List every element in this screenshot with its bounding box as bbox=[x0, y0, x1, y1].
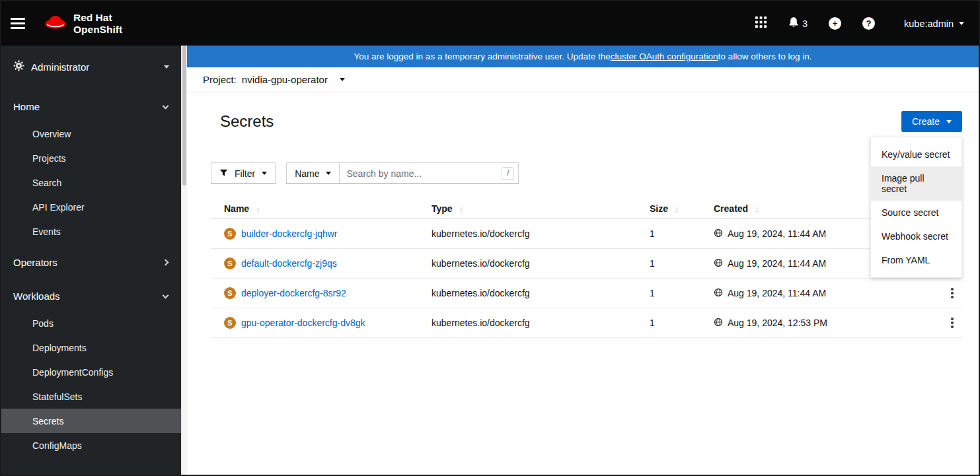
notifications-button[interactable]: 3 bbox=[788, 17, 808, 31]
sidebar-item-configmaps[interactable]: ConfigMaps bbox=[1, 433, 181, 458]
import-yaml-button[interactable]: + bbox=[829, 17, 841, 30]
table-body: S builder-dockercfg-jqhwr kubernetes.io/… bbox=[211, 219, 962, 338]
secrets-table: Name ↕ Type ↕ Size ↕ Created ↕ bbox=[211, 199, 962, 338]
table-row: S default-dockercfg-zj9qs kubernetes.io/… bbox=[211, 249, 962, 279]
sidebar-section-operators[interactable]: Operators bbox=[1, 248, 181, 277]
create-button-label: Create bbox=[912, 116, 940, 127]
redhat-fedora-icon bbox=[44, 13, 67, 34]
globe-timestamp-icon bbox=[714, 318, 723, 329]
project-value: nvidia-gpu-operator bbox=[242, 74, 328, 85]
plus-circle-icon: + bbox=[829, 17, 841, 30]
secret-type: kubernetes.io/dockercfg bbox=[432, 318, 650, 328]
secret-icon: S bbox=[224, 317, 236, 329]
secret-icon: S bbox=[224, 287, 236, 299]
filter-dropdown[interactable]: Filter bbox=[211, 162, 276, 184]
sidebar-section-home[interactable]: Home bbox=[1, 92, 181, 121]
column-header-name[interactable]: Name ↕ bbox=[224, 203, 432, 214]
banner-text-before: You are logged in as a temporary adminis… bbox=[354, 51, 611, 61]
secret-type: kubernetes.io/dockercfg bbox=[432, 288, 650, 298]
sidebar-item-deployments[interactable]: Deployments bbox=[1, 335, 181, 360]
sort-icon: ↕ bbox=[755, 204, 759, 214]
filter-toolbar: Filter Name / bbox=[187, 162, 979, 184]
create-menu-item-key-value-secret[interactable]: Key/value secret bbox=[871, 143, 961, 166]
search-input[interactable] bbox=[339, 162, 519, 184]
caret-down-icon bbox=[340, 78, 345, 81]
filter-icon bbox=[219, 168, 228, 179]
nav-toggle-button[interactable] bbox=[11, 13, 33, 35]
column-header-size[interactable]: Size ↕ bbox=[650, 203, 714, 214]
create-menu-item-image-pull-secret[interactable]: Image pull secret bbox=[871, 166, 961, 201]
column-header-type[interactable]: Type ↕ bbox=[432, 203, 650, 214]
table-row: S gpu-operator-dockercfg-dv8gk kubernete… bbox=[211, 308, 962, 338]
perspective-switcher[interactable]: Administrator bbox=[1, 46, 181, 88]
banner-text-after: to allow others to log in. bbox=[718, 51, 812, 61]
masthead-toolbar: 3 + ? kube:admin bbox=[755, 17, 964, 31]
table-row: S deployer-dockercfg-8sr92 kubernetes.io… bbox=[211, 279, 962, 308]
sidebar-item-secrets[interactable]: Secrets bbox=[1, 409, 181, 433]
sidebar-item-pods[interactable]: Pods bbox=[1, 311, 181, 335]
secret-name-link[interactable]: builder-dockercfg-jqhwr bbox=[241, 228, 338, 239]
sidebar-item-statefulsets[interactable]: StatefulSets bbox=[1, 384, 181, 409]
scrollbar-thumb[interactable] bbox=[182, 46, 186, 186]
question-circle-icon: ? bbox=[862, 17, 875, 30]
section-label: Operators bbox=[13, 257, 57, 268]
notification-count: 3 bbox=[802, 18, 808, 29]
secret-icon: S bbox=[224, 257, 236, 269]
search-group: Name / bbox=[286, 162, 519, 184]
sidebar-item-overview[interactable]: Overview bbox=[1, 121, 181, 146]
gear-icon bbox=[13, 60, 24, 73]
brand-line2: OpenShift bbox=[73, 24, 122, 35]
sidebar-section-workloads[interactable]: Workloads bbox=[1, 281, 181, 311]
project-selector[interactable]: Project: nvidia-gpu-operator bbox=[187, 67, 979, 92]
chevron-right-icon bbox=[163, 259, 169, 266]
sidebar-scrollbar[interactable] bbox=[181, 46, 187, 475]
main-content: You are logged in as a temporary adminis… bbox=[187, 46, 979, 475]
kebab-menu-button[interactable] bbox=[942, 283, 962, 303]
openshift-console: Red Hat OpenShift bbox=[0, 0, 980, 476]
masthead: Red Hat OpenShift bbox=[1, 1, 979, 46]
app-launcher-button[interactable] bbox=[755, 17, 767, 30]
create-menu-item-webhook-secret[interactable]: Webhook secret bbox=[871, 224, 961, 248]
page-header: Secrets Create bbox=[187, 92, 979, 136]
secret-name-link[interactable]: default-dockercfg-zj9qs bbox=[241, 258, 337, 269]
sidebar-nav: HomeOverviewProjectsSearchAPI ExplorerEv… bbox=[1, 92, 181, 458]
sort-icon: ↕ bbox=[256, 204, 260, 214]
sidebar-item-deploymentconfigs[interactable]: DeploymentConfigs bbox=[1, 360, 181, 384]
sidebar-item-projects[interactable]: Projects bbox=[1, 146, 181, 170]
create-button[interactable]: Create bbox=[901, 111, 962, 132]
sort-icon: ↕ bbox=[459, 204, 464, 214]
create-menu-item-source-secret[interactable]: Source secret bbox=[871, 201, 961, 224]
help-button[interactable]: ? bbox=[862, 17, 875, 30]
section-label: Home bbox=[13, 101, 40, 112]
brand-line1: Red Hat bbox=[73, 12, 122, 23]
caret-down-icon bbox=[326, 172, 331, 175]
username: kube:admin bbox=[904, 18, 954, 29]
temp-admin-banner: You are logged in as a temporary adminis… bbox=[187, 46, 979, 67]
search-attribute-dropdown[interactable]: Name bbox=[286, 162, 340, 184]
user-menu[interactable]: kube:admin bbox=[904, 18, 964, 29]
perspective-label: Administrator bbox=[31, 61, 89, 73]
project-label: Project: bbox=[203, 74, 237, 85]
secret-size: 1 bbox=[650, 258, 714, 269]
cluster-oauth-link[interactable]: cluster OAuth configuration bbox=[611, 51, 718, 61]
secret-size: 1 bbox=[650, 228, 714, 239]
kebab-menu-button[interactable] bbox=[942, 313, 962, 333]
secret-name-link[interactable]: gpu-operator-dockercfg-dv8gk bbox=[241, 318, 365, 328]
secret-name-link[interactable]: deployer-dockercfg-8sr92 bbox=[241, 288, 346, 298]
secret-size: 1 bbox=[650, 318, 714, 328]
sidebar-item-api-explorer[interactable]: API Explorer bbox=[1, 195, 181, 219]
table-header: Name ↕ Type ↕ Size ↕ Created ↕ bbox=[211, 199, 962, 219]
table-row: S builder-dockercfg-jqhwr kubernetes.io/… bbox=[211, 219, 962, 249]
section-label: Workloads bbox=[13, 290, 60, 302]
secret-created: Aug 19, 2024, 11:44 AM bbox=[714, 288, 933, 299]
caret-down-icon bbox=[262, 172, 267, 175]
globe-timestamp-icon bbox=[714, 288, 723, 299]
caret-down-icon bbox=[959, 22, 964, 25]
create-menu-item-from-yaml[interactable]: From YAML bbox=[871, 248, 961, 272]
globe-timestamp-icon bbox=[714, 228, 723, 240]
sidebar-item-search[interactable]: Search bbox=[1, 170, 181, 195]
bell-icon bbox=[788, 17, 800, 31]
filter-label: Filter bbox=[235, 168, 255, 179]
sidebar-item-events[interactable]: Events bbox=[1, 219, 181, 244]
chevron-down-icon bbox=[163, 102, 169, 109]
